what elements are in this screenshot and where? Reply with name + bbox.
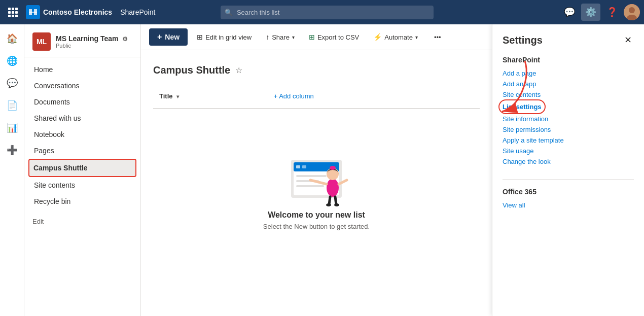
add-page-link[interactable]: Add a page <box>503 68 634 79</box>
sharepoint-label: SharePoint <box>120 8 155 16</box>
list-title: Campus Shuttle <box>153 64 230 76</box>
site-logo: ML <box>32 32 51 51</box>
new-button[interactable]: + New <box>149 28 188 46</box>
add-app-link[interactable]: Add an app <box>503 79 634 89</box>
table-icon: 📊 <box>7 122 18 133</box>
home-icon: 🏠 <box>7 33 18 44</box>
sidebar-item-documents[interactable]: Documents <box>24 94 140 110</box>
svg-point-2 <box>629 7 635 13</box>
star-icon: ☆ <box>235 66 242 75</box>
plus-icon: + <box>157 32 162 42</box>
help-button[interactable]: ❓ <box>602 4 622 21</box>
view-all-link[interactable]: View all <box>503 200 634 210</box>
sidebar: ML MS Learning Team ⚙ Public Home Conver… <box>24 24 141 316</box>
svg-line-17 <box>329 197 330 204</box>
export-button[interactable]: ⊞ Export to CSV <box>304 30 364 44</box>
change-look-link[interactable]: Change the look <box>503 156 634 167</box>
avatar[interactable] <box>624 4 640 20</box>
rail-home-button[interactable]: 🏠 <box>2 28 22 49</box>
settings-divider <box>503 179 634 180</box>
site-header: ML MS Learning Team ⚙ Public <box>24 24 140 57</box>
site-contents-link[interactable]: Site contents <box>503 89 634 100</box>
svg-point-14 <box>330 166 336 170</box>
top-nav-actions: 💬 ⚙️ ❓ <box>560 4 640 21</box>
close-settings-button[interactable]: ✕ <box>622 32 634 48</box>
sidebar-item-recycle-bin[interactable]: Recycle bin <box>24 193 140 209</box>
rail-table-button[interactable]: 📊 <box>2 118 22 138</box>
app-logo[interactable]: Contoso Electronics <box>26 5 112 19</box>
settings-panel-title: Settings <box>503 34 543 46</box>
search-container: 🔍 <box>221 6 434 19</box>
layout: 🏠 🌐 💬 📄 📊 ➕ ML MS Learning Team ⚙ Pu <box>0 24 644 316</box>
left-rail: 🏠 🌐 💬 📄 📊 ➕ <box>0 24 24 316</box>
sidebar-item-home[interactable]: Home <box>24 61 140 78</box>
settings-office365-section: Office 365 View all <box>492 184 644 219</box>
sidebar-item-campus-shuttle[interactable]: Campus Shuttle <box>28 159 136 177</box>
sidebar-item-site-contents[interactable]: Site contents <box>24 177 140 193</box>
waffle-icon <box>8 8 18 17</box>
table-head: Title ▾ + Add column <box>153 84 480 109</box>
settings-icon: ⚙️ <box>585 7 596 18</box>
rail-files-button[interactable]: 📄 <box>2 95 22 116</box>
app-name: Contoso Electronics <box>43 8 112 16</box>
plus-icon: ➕ <box>7 145 18 156</box>
more-button[interactable]: ••• <box>429 30 446 44</box>
new-button-label: New <box>165 33 180 41</box>
add-column-header[interactable]: + Add column <box>262 84 480 109</box>
site-title-text: MS Learning Team <box>56 34 118 43</box>
automate-button[interactable]: ⚡ Automate ▾ <box>368 30 423 44</box>
site-usage-link[interactable]: Site usage <box>503 146 634 156</box>
waffle-button[interactable] <box>4 5 22 20</box>
svg-point-19 <box>326 203 331 206</box>
list-header: Campus Shuttle ☆ <box>153 58 480 80</box>
site-subtitle: Public <box>56 43 128 49</box>
nav-edit-link[interactable]: Edit <box>24 214 140 229</box>
favorite-button[interactable]: ☆ <box>235 65 242 75</box>
empty-state-subtitle: Select the New button to get started. <box>263 223 370 230</box>
apply-site-template-link[interactable]: Apply a site template <box>503 135 634 146</box>
rail-plus-button[interactable]: ➕ <box>2 140 22 160</box>
notifications-button[interactable]: 💬 <box>560 4 579 21</box>
help-icon: ❓ <box>606 7 618 18</box>
svg-point-20 <box>334 203 339 206</box>
sidebar-item-conversations[interactable]: Conversations <box>24 78 140 94</box>
top-nav: Contoso Electronics SharePoint 🔍 💬 ⚙️ ❓ <box>0 0 644 24</box>
search-icon: 🔍 <box>225 9 233 16</box>
share-button[interactable]: ↑ Share ▾ <box>261 30 300 44</box>
sidebar-item-notebook[interactable]: Notebook <box>24 126 140 143</box>
title-column-header[interactable]: Title ▾ <box>153 84 262 109</box>
main-inner: Campus Shuttle ☆ Title ▾ + Add column <box>141 50 492 316</box>
settings-button[interactable]: ⚙️ <box>581 4 600 21</box>
rail-chat-button[interactable]: 💬 <box>2 73 22 93</box>
grid-icon: ⊞ <box>197 33 203 41</box>
rail-globe-button[interactable]: 🌐 <box>2 51 22 71</box>
empty-illustration <box>276 129 357 210</box>
logo-icon <box>26 5 40 19</box>
list-settings-link[interactable]: List settings <box>503 101 542 112</box>
share-label: Share <box>272 33 290 41</box>
site-permissions-link[interactable]: Site permissions <box>503 124 634 135</box>
site-information-link[interactable]: Site information <box>503 114 634 124</box>
notifications-icon: 💬 <box>564 7 575 18</box>
svg-rect-8 <box>302 165 306 168</box>
add-column-button[interactable]: + Add column <box>268 88 320 104</box>
sidebar-item-shared[interactable]: Shared with us <box>24 110 140 126</box>
more-icon: ••• <box>434 33 441 41</box>
svg-point-12 <box>327 179 339 197</box>
site-title: MS Learning Team ⚙ <box>56 34 128 43</box>
chevron-down-icon: ▾ <box>292 34 295 40</box>
settings-panel: Settings ✕ SharePoint Add a page Add an … <box>492 24 644 316</box>
excel-icon: ⊞ <box>309 33 315 41</box>
title-column-label: Title <box>159 92 173 100</box>
svg-rect-11 <box>296 185 324 187</box>
edit-grid-button[interactable]: ⊞ Edit in grid view <box>192 30 257 44</box>
search-input[interactable] <box>221 6 434 19</box>
site-info: MS Learning Team ⚙ Public <box>56 34 128 49</box>
edit-grid-label: Edit in grid view <box>205 33 252 41</box>
files-icon: 📄 <box>7 100 18 111</box>
sidebar-item-pages[interactable]: Pages <box>24 143 140 159</box>
settings-link-icon: ⚙ <box>122 36 128 43</box>
chevron-down-icon: ▾ <box>415 34 418 40</box>
nav-list: Home Conversations Documents Shared with… <box>24 57 140 214</box>
office365-section-title: Office 365 <box>503 188 634 196</box>
